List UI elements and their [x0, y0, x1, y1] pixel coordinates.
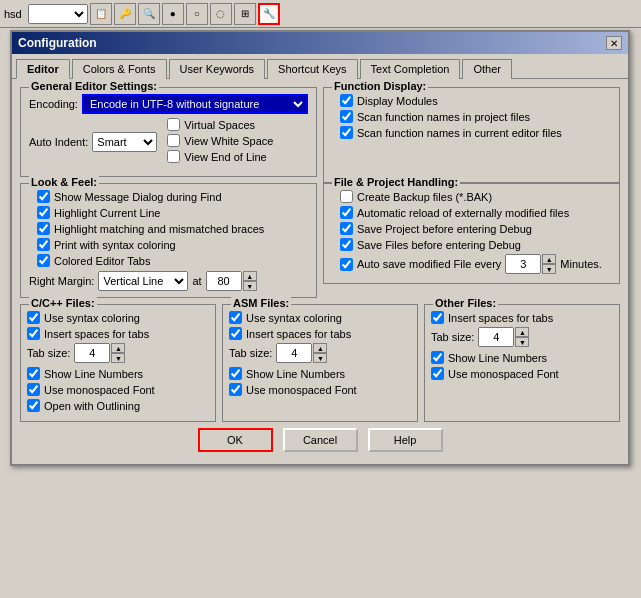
cpp-label-2: Show Line Numbers	[44, 368, 143, 380]
encoding-label: Encoding:	[29, 98, 78, 110]
other-item-1: Show Line Numbers	[431, 351, 613, 364]
asm-item-3: Use monospaced Font	[229, 383, 411, 396]
ok-button[interactable]: OK	[198, 428, 273, 452]
lf-cb-1[interactable]	[37, 206, 50, 219]
look-feel-label: Look & Feel:	[29, 176, 99, 188]
asm-item-1: Insert spaces for tabs	[229, 327, 411, 340]
margin-input[interactable]	[206, 271, 242, 291]
cpp-cb-0[interactable]	[27, 311, 40, 324]
view-end-of-line-checkbox[interactable]	[167, 150, 180, 163]
cpp-item-2: Show Line Numbers	[27, 367, 209, 380]
bottom-section: C/C++ Files: Use syntax coloring Insert …	[20, 304, 620, 422]
autosave-down-btn[interactable]: ▼	[542, 264, 556, 274]
cpp-item-1: Insert spaces for tabs	[27, 327, 209, 340]
cpp-cb-4[interactable]	[27, 399, 40, 412]
cancel-button[interactable]: Cancel	[283, 428, 358, 452]
lf-cb-0[interactable]	[37, 190, 50, 203]
asm-tab-up[interactable]: ▲	[313, 343, 327, 353]
function-display-col: Function Display: Display Modules Scan f…	[323, 87, 620, 183]
fp-cb-2[interactable]	[340, 222, 353, 235]
cpp-cb-2[interactable]	[27, 367, 40, 380]
cpp-tabsize-input[interactable]	[74, 343, 110, 363]
fp-item-1: Automatic reload of externally modified …	[340, 206, 611, 219]
cpp-tab-up[interactable]: ▲	[111, 343, 125, 353]
fp-cb-1[interactable]	[340, 206, 353, 219]
autosave-input[interactable]	[505, 254, 541, 274]
lf-item-3: Print with syntax coloring	[37, 238, 308, 251]
tab-user-keywords[interactable]: User Keywords	[169, 59, 266, 79]
scan-project-label: Scan function names in project files	[357, 111, 530, 123]
view-end-of-line-row: View End of Line	[167, 150, 273, 163]
scan-project-checkbox[interactable]	[340, 110, 353, 123]
tab-shortcut-keys[interactable]: Shortcut Keys	[267, 59, 357, 79]
lf-cb-2[interactable]	[37, 222, 50, 235]
general-settings-group: General Editor Settings: Encoding: Encod…	[20, 87, 317, 177]
cpp-item-4: Open with Outlining	[27, 399, 209, 412]
toolbar-btn-rec[interactable]: ●	[162, 3, 184, 25]
encoding-select[interactable]: Encode in UTF-8 without signature	[82, 94, 308, 114]
display-modules-checkbox[interactable]	[340, 94, 353, 107]
other-files-label: Other Files:	[433, 297, 498, 309]
other-cb-2[interactable]	[431, 367, 444, 380]
fp-label-1: Automatic reload of externally modified …	[357, 207, 569, 219]
lf-item-0: Show Message Dialog during Find	[37, 190, 308, 203]
lf-cb-3[interactable]	[37, 238, 50, 251]
auto-indent-select[interactable]: Smart	[92, 132, 157, 152]
toolbar-btn-grid[interactable]: ⊞	[234, 3, 256, 25]
virtual-spaces-checkbox[interactable]	[167, 118, 180, 131]
other-cb-1[interactable]	[431, 351, 444, 364]
cpp-tab-down[interactable]: ▼	[111, 353, 125, 363]
cpp-label-4: Open with Outlining	[44, 400, 140, 412]
tab-other[interactable]: Other	[462, 59, 512, 79]
lf-item-4: Colored Editor Tabs	[37, 254, 308, 267]
tab-text-completion[interactable]: Text Completion	[360, 59, 461, 79]
help-button[interactable]: Help	[368, 428, 443, 452]
asm-cb-2[interactable]	[229, 367, 242, 380]
lf-label-3: Print with syntax coloring	[54, 239, 176, 251]
view-white-space-checkbox[interactable]	[167, 134, 180, 147]
toolbar-btn-search[interactable]: 🔍	[138, 3, 160, 25]
asm-cb-3[interactable]	[229, 383, 242, 396]
lf-cb-4[interactable]	[37, 254, 50, 267]
fp-cb-4[interactable]	[340, 258, 353, 271]
margin-spinner-arrows: ▲ ▼	[243, 271, 257, 291]
fp-label-0: Create Backup files (*.BAK)	[357, 191, 492, 203]
configuration-dialog: Configuration ✕ Editor Colors & Fonts Us…	[10, 30, 630, 466]
dialog-buttons: OK Cancel Help	[20, 422, 620, 456]
cpp-tabsize-spinner: ▲ ▼	[74, 343, 125, 363]
tab-editor[interactable]: Editor	[16, 59, 70, 79]
fp-cb-0[interactable]	[340, 190, 353, 203]
toolbar-wrench-btn[interactable]: 🔧	[258, 3, 280, 25]
asm-tab-down[interactable]: ▼	[313, 353, 327, 363]
toolbar-combo[interactable]	[28, 4, 88, 24]
margin-up-btn[interactable]: ▲	[243, 271, 257, 281]
asm-cb-0[interactable]	[229, 311, 242, 324]
view-white-space-label: View White Space	[184, 135, 273, 147]
other-tab-up[interactable]: ▲	[515, 327, 529, 337]
asm-tabsize-input[interactable]	[276, 343, 312, 363]
cpp-tabsize-label: Tab size:	[27, 347, 70, 359]
tab-colors-fonts[interactable]: Colors & Fonts	[72, 59, 167, 79]
cpp-cb-1[interactable]	[27, 327, 40, 340]
toolbar-btn-1[interactable]: 📋	[90, 3, 112, 25]
scan-project-row: Scan function names in project files	[340, 110, 611, 123]
scan-current-row: Scan function names in current editor fi…	[340, 126, 611, 139]
scan-current-checkbox[interactable]	[340, 126, 353, 139]
asm-cb-1[interactable]	[229, 327, 242, 340]
other-tab-down[interactable]: ▼	[515, 337, 529, 347]
dialog-close-button[interactable]: ✕	[606, 36, 622, 50]
toolbar-btn-2[interactable]: 🔑	[114, 3, 136, 25]
cpp-cb-3[interactable]	[27, 383, 40, 396]
asm-item-0: Use syntax coloring	[229, 311, 411, 324]
cpp-tab-spinner-arrows: ▲ ▼	[111, 343, 125, 363]
other-cb-0[interactable]	[431, 311, 444, 324]
fp-cb-3[interactable]	[340, 238, 353, 251]
general-settings-col: General Editor Settings: Encoding: Encod…	[20, 87, 317, 183]
toolbar-btn-circ[interactable]: ○	[186, 3, 208, 25]
toolbar-btn-curve[interactable]: ◌	[210, 3, 232, 25]
margin-down-btn[interactable]: ▼	[243, 281, 257, 291]
top-section: General Editor Settings: Encoding: Encod…	[20, 87, 620, 183]
right-margin-select[interactable]: Vertical Line	[98, 271, 188, 291]
autosave-up-btn[interactable]: ▲	[542, 254, 556, 264]
other-tabsize-input[interactable]	[478, 327, 514, 347]
